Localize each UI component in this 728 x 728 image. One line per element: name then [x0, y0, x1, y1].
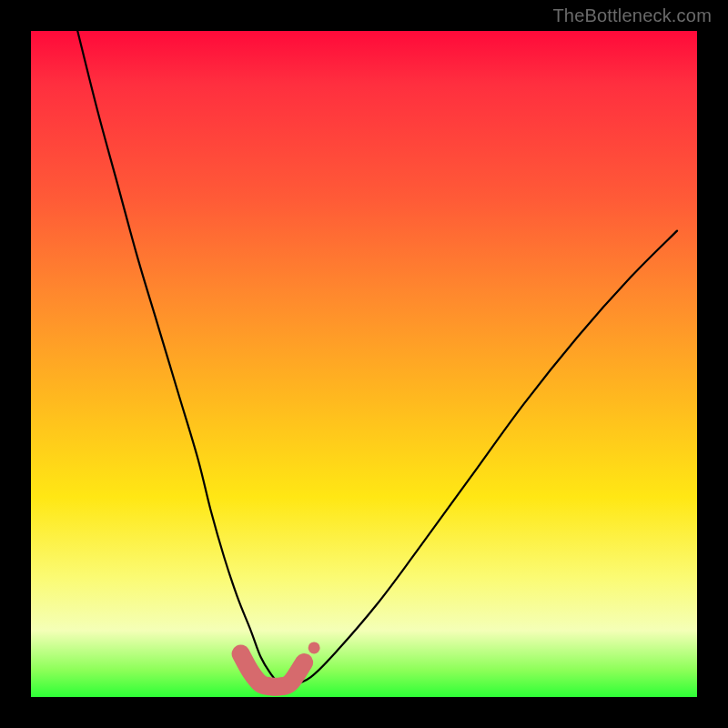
- marker-path: [241, 653, 305, 686]
- chart-svg: [31, 31, 697, 697]
- chart-frame: TheBottleneck.com: [0, 0, 728, 728]
- marker-points: [241, 642, 320, 686]
- plot-area: [31, 31, 697, 697]
- watermark-label: TheBottleneck.com: [552, 5, 712, 26]
- marker-dot: [308, 642, 320, 653]
- bottleneck-curve: [77, 31, 677, 686]
